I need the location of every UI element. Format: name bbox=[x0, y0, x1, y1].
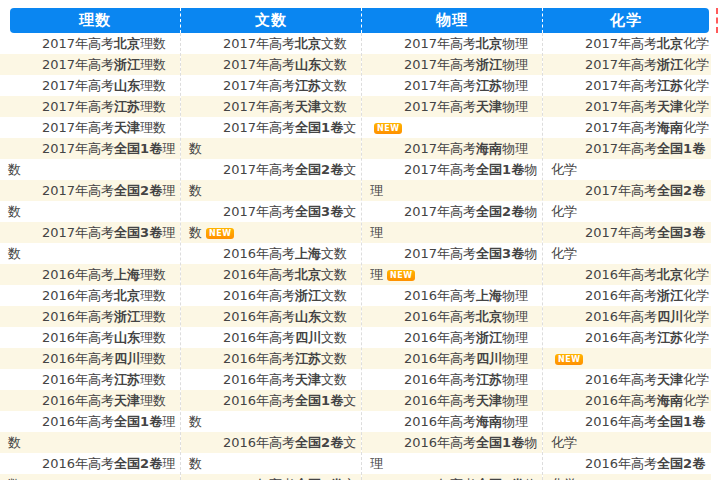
paper-subject-suffix: 物理 bbox=[502, 141, 528, 156]
exam-paper-link[interactable]: 2016年高考山东理数 bbox=[42, 330, 166, 345]
paper-year-prefix: 2016年高考 bbox=[585, 330, 657, 345]
exam-paper-link[interactable]: 2017年高考全国3卷理数 bbox=[8, 225, 175, 261]
paper-subject-suffix: 物理 bbox=[502, 309, 528, 324]
exam-paper-item: 2017年高考全国1卷理数 bbox=[0, 138, 180, 180]
exam-paper-item: 2017年高考全国2卷理数 bbox=[0, 180, 180, 222]
exam-paper-link[interactable]: 2017年高考全国2卷理数 bbox=[8, 183, 175, 219]
paper-year-prefix: 2016年高考 bbox=[585, 393, 657, 408]
exam-paper-item: 2017年高考江苏化学 bbox=[543, 75, 711, 96]
column-header-huaxue: 化学 bbox=[543, 8, 709, 33]
paper-region-highlight: 全国1卷 bbox=[476, 162, 524, 177]
exam-paper-link[interactable]: 2016年高考全国1卷文数 bbox=[189, 393, 356, 429]
paper-subject-suffix: 文数 bbox=[321, 288, 347, 303]
exam-paper-link[interactable]: 2016年高考全国1卷化学 bbox=[551, 414, 705, 450]
exam-paper-link[interactable]: 2017年高考全国3卷文数NEW bbox=[189, 204, 356, 240]
exam-paper-link[interactable]: 2016年高考海南物理 bbox=[404, 414, 528, 429]
exam-paper-link[interactable]: 2017年高考天津文数 bbox=[223, 99, 347, 114]
exam-paper-link[interactable]: 2016年高考北京化学 bbox=[585, 267, 709, 282]
paper-year-prefix: 2016年高考 bbox=[42, 351, 114, 366]
exam-paper-item: 2016年高考浙江文数 bbox=[181, 285, 361, 306]
exam-paper-link[interactable]: 2017年高考北京化学 bbox=[585, 36, 709, 51]
paper-subject-suffix: 理数 bbox=[140, 36, 166, 51]
exam-paper-link[interactable]: 2017年高考浙江物理 bbox=[404, 57, 528, 72]
exam-paper-link[interactable]: 2017年高考全国1卷化学 bbox=[551, 141, 705, 177]
exam-paper-link[interactable]: 2016年高考海南化学 bbox=[585, 393, 709, 408]
exam-paper-item: 2016年高考北京文数 bbox=[181, 264, 361, 285]
exam-paper-link[interactable]: 2017年高考海南化学 bbox=[585, 120, 709, 135]
paper-subject-suffix: 物理 bbox=[502, 393, 528, 408]
exam-paper-link[interactable]: 2016年高考全国2卷化学 bbox=[551, 456, 705, 480]
exam-paper-link[interactable]: 2017年高考北京理数 bbox=[42, 36, 166, 51]
paper-subject-suffix: 化学 bbox=[683, 78, 709, 93]
paper-year-prefix: 2017年高考 bbox=[404, 141, 476, 156]
exam-paper-link[interactable]: 2016年高考北京物理 bbox=[404, 309, 528, 324]
exam-paper-link[interactable]: 2017年高考天津物理NEW bbox=[370, 99, 528, 135]
exam-paper-link[interactable]: 2017年高考江苏物理 bbox=[404, 78, 528, 93]
exam-paper-link[interactable]: 2016年高考全国1卷理数 bbox=[8, 414, 175, 450]
exam-paper-link[interactable]: 2017年高考全国3卷化学 bbox=[551, 225, 705, 261]
exam-paper-link[interactable]: 2016年高考山东文数 bbox=[223, 309, 347, 324]
exam-paper-item: 2017年高考天津理数 bbox=[0, 117, 180, 138]
paper-region-highlight: 北京 bbox=[114, 288, 140, 303]
paper-region-highlight: 海南 bbox=[657, 393, 683, 408]
exam-paper-link[interactable]: 2017年高考全国2卷物理 bbox=[370, 204, 537, 240]
exam-paper-link[interactable]: 2017年高考全国2卷化学 bbox=[551, 183, 705, 219]
exam-paper-link[interactable]: 2017年高考天津理数 bbox=[42, 120, 166, 135]
exam-paper-link[interactable]: 2017年高考全国3卷物理NEW bbox=[370, 246, 537, 282]
exam-paper-link[interactable]: 2016年高考上海文数 bbox=[223, 246, 347, 261]
exam-paper-link[interactable]: 2016年高考浙江理数 bbox=[42, 309, 166, 324]
paper-region-highlight: 全国1卷 bbox=[114, 414, 162, 429]
paper-subject-suffix: 化学 bbox=[551, 204, 577, 219]
paper-region-highlight: 北京 bbox=[657, 36, 683, 51]
exam-paper-link[interactable]: 2016年高考四川物理 bbox=[404, 351, 528, 366]
exam-paper-link[interactable]: 2017年高考浙江理数 bbox=[42, 57, 166, 72]
exam-paper-item: 2016年高考天津物理 bbox=[362, 390, 542, 411]
exam-paper-link[interactable]: 2016年高考浙江化学 bbox=[585, 288, 709, 303]
exam-paper-link[interactable]: 2016年高考浙江物理 bbox=[404, 330, 528, 345]
exam-paper-link[interactable]: 2016年高考浙江文数 bbox=[223, 288, 347, 303]
exam-paper-link[interactable]: 2017年高考全国1卷物理 bbox=[370, 162, 537, 198]
exam-paper-link[interactable]: 2016年高考全国2卷理数 bbox=[8, 456, 175, 480]
exam-paper-link[interactable]: 2017年高考江苏理数 bbox=[42, 99, 166, 114]
exam-paper-link[interactable]: 2017年高考江苏化学 bbox=[585, 78, 709, 93]
paper-year-prefix: 2017年高考 bbox=[585, 183, 657, 198]
exam-paper-link[interactable]: 2017年高考全国1卷文数 bbox=[189, 120, 356, 156]
exam-paper-link[interactable]: 2016年高考天津文数 bbox=[223, 372, 347, 387]
exam-paper-link[interactable]: 2016年高考江苏理数 bbox=[42, 372, 166, 387]
exam-paper-link[interactable]: 2016年高考四川理数 bbox=[42, 351, 166, 366]
exam-paper-link[interactable]: 2017年高考山东理数 bbox=[42, 78, 166, 93]
exam-paper-link[interactable]: 2016年高考四川化学 bbox=[585, 309, 709, 324]
exam-paper-item: 2017年高考海南化学 bbox=[543, 117, 711, 138]
exam-paper-link[interactable]: 2016年高考四川文数 bbox=[223, 330, 347, 345]
exam-paper-link[interactable]: 2016年高考江苏文数 bbox=[223, 351, 347, 366]
exam-paper-link[interactable]: 2016年高考北京文数 bbox=[223, 267, 347, 282]
exam-paper-link[interactable]: 2016年高考江苏物理 bbox=[404, 372, 528, 387]
paper-subject-suffix: 化学 bbox=[683, 99, 709, 114]
paper-region-highlight: 四川 bbox=[476, 351, 502, 366]
exam-paper-link[interactable]: 2017年高考海南物理 bbox=[404, 141, 528, 156]
exam-paper-link[interactable]: 2016年高考天津化学 bbox=[585, 372, 709, 387]
exam-paper-link[interactable]: 2016年高考上海物理 bbox=[404, 288, 528, 303]
exam-paper-link[interactable]: 2017年高考天津化学 bbox=[585, 99, 709, 114]
paper-subject-suffix: 物理 bbox=[502, 414, 528, 429]
exam-paper-link[interactable]: 2017年高考浙江化学 bbox=[585, 57, 709, 72]
paper-region-highlight: 天津 bbox=[295, 372, 321, 387]
exam-paper-link[interactable]: 2017年高考江苏文数 bbox=[223, 78, 347, 93]
exam-paper-link[interactable]: 2017年高考全国1卷理数 bbox=[8, 141, 175, 177]
exam-paper-link[interactable]: 2017年高考北京文数 bbox=[223, 36, 347, 51]
exam-paper-link[interactable]: 2016年高考全国1卷物理 bbox=[370, 435, 537, 471]
exam-paper-link[interactable]: 2017年高考北京物理 bbox=[404, 36, 528, 51]
exam-paper-link[interactable]: 2016年高考天津理数 bbox=[42, 393, 166, 408]
exam-paper-link[interactable]: 2017年高考全国2卷文数 bbox=[189, 162, 356, 198]
exam-paper-link[interactable]: 2017年高考山东文数 bbox=[223, 57, 347, 72]
exam-paper-link[interactable]: 2016年高考上海理数 bbox=[42, 267, 166, 282]
paper-subject-suffix: 化学 bbox=[683, 288, 709, 303]
paper-year-prefix: 2016年高考 bbox=[223, 267, 295, 282]
exam-paper-link[interactable]: 2016年高考江苏化学NEW bbox=[551, 330, 709, 366]
paper-subject-suffix: 化学 bbox=[683, 57, 709, 72]
exam-paper-list: 2017年高考北京理数2017年高考浙江理数2017年高考山东理数2017年高考… bbox=[0, 33, 180, 480]
exam-paper-link[interactable]: 2016年高考天津物理 bbox=[404, 393, 528, 408]
exam-paper-link[interactable]: 2016年高考全国2卷文数 bbox=[189, 435, 356, 471]
exam-paper-link[interactable]: 2016年高考北京理数 bbox=[42, 288, 166, 303]
exam-paper-item: 2017年高考全国3卷文数NEW bbox=[181, 201, 361, 243]
